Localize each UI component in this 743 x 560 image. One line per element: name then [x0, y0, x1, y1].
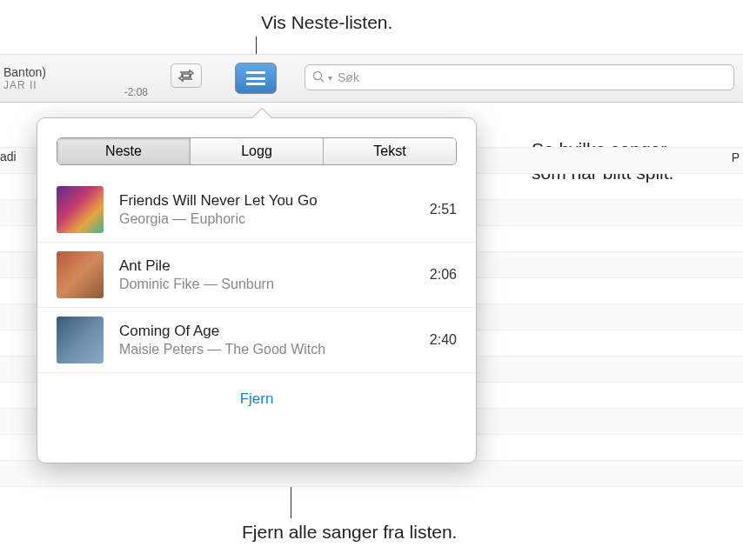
sidebar-item-fragment[interactable]: adi	[0, 143, 21, 170]
tab-logg[interactable]: Logg	[191, 138, 324, 164]
album-art	[57, 317, 104, 363]
queue-button[interactable]	[235, 63, 277, 94]
song-title: Friends Will Never Let You Go	[119, 192, 430, 210]
segmented-control: Neste Logg Tekst	[57, 137, 457, 165]
song-title: Ant Pile	[119, 257, 430, 275]
queue-list: Friends Will Never Let You Go Georgia — …	[37, 177, 476, 373]
search-icon	[312, 70, 325, 85]
queue-row[interactable]: Friends Will Never Let You Go Georgia — …	[37, 177, 476, 243]
queue-row[interactable]: Ant Pile Dominic Fike — Sunburn 2:06	[37, 243, 476, 308]
song-artist: Georgia — Euphoric	[119, 211, 430, 227]
song-artist: Maisie Peters — The Good Witch	[119, 342, 430, 357]
album-art	[57, 186, 104, 233]
album-art	[57, 251, 104, 298]
search-placeholder: Søk	[338, 70, 359, 84]
queue-popover: Neste Logg Tekst Friends Will Never Let …	[37, 117, 477, 463]
now-playing-title: Banton)	[3, 65, 157, 79]
queue-info: Coming Of Age Maisie Peters — The Good W…	[119, 323, 430, 357]
svg-line-1	[321, 78, 325, 82]
now-playing-display[interactable]: Banton) JAR II -2:08	[0, 55, 157, 102]
now-playing-time: -2:08	[124, 86, 148, 98]
clear-button[interactable]: Fjern	[37, 390, 476, 408]
song-title: Coming Of Age	[119, 323, 430, 340]
song-artist: Dominic Fike — Sunburn	[119, 277, 430, 292]
tab-neste[interactable]: Neste	[57, 138, 191, 164]
song-duration: 2:51	[430, 202, 457, 217]
svg-point-0	[314, 71, 322, 79]
callout-top: Vis Neste-listen.	[261, 10, 392, 34]
queue-icon	[246, 71, 265, 85]
queue-info: Ant Pile Dominic Fike — Sunburn	[119, 257, 430, 292]
popover-arrow	[251, 108, 271, 118]
queue-info: Friends Will Never Let You Go Georgia — …	[119, 192, 430, 227]
repeat-icon	[177, 69, 195, 83]
search-input[interactable]: ▾ Søk	[305, 64, 734, 90]
song-duration: 2:06	[430, 267, 457, 283]
callout-bottom: Fjern alle sanger fra listen.	[242, 520, 457, 543]
tab-tekst[interactable]: Tekst	[324, 138, 456, 164]
repeat-button[interactable]	[171, 63, 202, 88]
queue-row[interactable]: Coming Of Age Maisie Peters — The Good W…	[37, 308, 476, 373]
chevron-down-icon: ▾	[328, 73, 332, 83]
column-header-p[interactable]: P	[732, 150, 740, 164]
song-duration: 2:40	[430, 332, 457, 348]
